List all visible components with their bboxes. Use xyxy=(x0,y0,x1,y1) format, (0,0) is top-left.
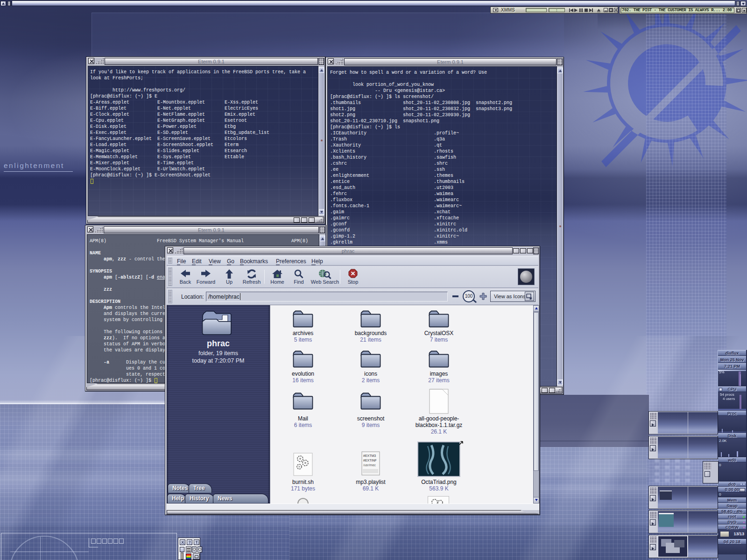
svg-text:#EXTM3: #EXTM3 xyxy=(363,454,376,457)
svg-text:/usr/mec: /usr/mec xyxy=(363,463,376,467)
svg-text:#EXTINF: #EXTINF xyxy=(363,459,377,462)
